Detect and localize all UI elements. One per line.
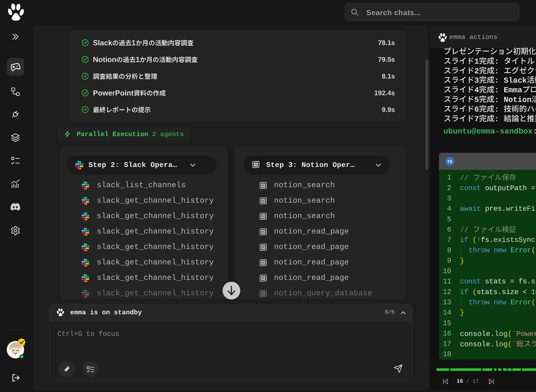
svg-text:N: N [255,163,257,167]
svg-text:TS: TS [447,159,452,164]
